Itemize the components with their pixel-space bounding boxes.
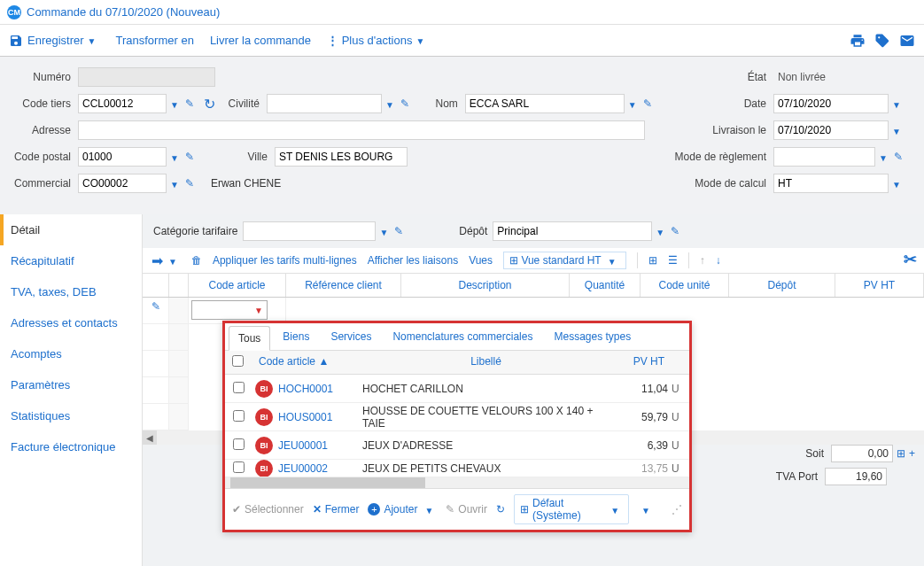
sidebar-item-parametres[interactable]: Paramètres <box>0 369 142 400</box>
tools-icon[interactable]: ✂ <box>904 250 917 269</box>
grid-icon[interactable]: ⊞ <box>897 447 905 460</box>
chevron-down-icon[interactable]: ▼ <box>167 180 182 190</box>
col-depot[interactable]: Dépôt <box>729 274 835 297</box>
transform-button[interactable]: Transformer en <box>115 34 193 47</box>
chevron-down-icon[interactable]: ▼ <box>652 228 668 237</box>
mail-icon[interactable] <box>899 33 915 49</box>
popup-col-pvht[interactable]: PV HT <box>610 351 672 374</box>
chevron-down-icon[interactable]: ▼ <box>638 506 654 516</box>
add-button[interactable]: +Ajouter▼ <box>368 503 437 516</box>
col-description[interactable]: Description <box>401 274 570 297</box>
popup-col-libelle[interactable]: Libellé <box>362 351 610 374</box>
arrow-up-icon[interactable]: ↑ <box>700 254 705 267</box>
print-icon[interactable] <box>850 33 866 49</box>
popup-tab-biens[interactable]: Biens <box>274 325 318 350</box>
livraison-input[interactable] <box>773 120 889 140</box>
nom-input[interactable] <box>465 94 625 113</box>
popup-tab-tous[interactable]: Tous <box>229 326 270 351</box>
popup-row[interactable]: BIHOUS0001HOUSSE DE COUETTE VELOURS 100 … <box>225 403 689 431</box>
code-tiers-input[interactable] <box>78 94 167 113</box>
row-handle[interactable] <box>169 351 189 377</box>
pencil-icon[interactable]: ✎ <box>398 97 412 110</box>
dropdown-trigger-icon[interactable]: ▼ <box>254 306 263 315</box>
depot-input[interactable] <box>493 221 652 241</box>
plus-icon[interactable]: + <box>909 447 915 460</box>
chevron-down-icon[interactable]: ▼ <box>889 180 905 190</box>
commercial-input[interactable] <box>78 174 167 193</box>
chevron-down-icon[interactable]: ▼ <box>875 153 891 163</box>
reglement-input[interactable] <box>773 147 875 167</box>
row-checkbox[interactable] <box>233 410 245 422</box>
list-icon[interactable]: ☰ <box>668 254 678 267</box>
pencil-icon[interactable]: ✎ <box>392 225 406 237</box>
popup-tab-messages[interactable]: Messages types <box>545 325 640 350</box>
select-all-checkbox[interactable] <box>232 355 244 367</box>
more-actions-button[interactable]: ⋮ Plus d'actions ▼ <box>327 34 428 47</box>
refresh-icon[interactable]: ↻ <box>204 96 215 112</box>
chevron-down-icon[interactable]: ▼ <box>625 100 641 110</box>
pencil-icon[interactable]: ✎ <box>182 177 197 190</box>
col-code-unite[interactable]: Code unité <box>641 274 729 297</box>
calcul-input[interactable] <box>773 174 889 193</box>
chevron-down-icon[interactable]: ▼ <box>382 100 398 110</box>
refresh-icon[interactable]: ↻ <box>496 503 505 516</box>
arrow-right-icon[interactable]: ➡ <box>151 252 163 269</box>
cp-input[interactable] <box>78 147 167 167</box>
col-pv-ht[interactable]: PV HT <box>835 274 924 297</box>
popup-row[interactable]: BIJEU00002JEUX DE PETITS CHEVAUX13,75U <box>225 460 689 477</box>
grid-icon[interactable]: ⊞ <box>648 254 657 267</box>
deliver-button[interactable]: Livrer la commande <box>210 34 311 47</box>
popup-tab-nomenclatures[interactable]: Nomenclatures commerciales <box>384 325 541 350</box>
categorie-input[interactable] <box>243 221 376 241</box>
apply-tariffs-link[interactable]: Appliquer les tarifs multi-lignes <box>213 254 357 267</box>
row-checkbox[interactable] <box>233 438 245 450</box>
pencil-icon[interactable]: ✎ <box>641 97 655 110</box>
trash-icon[interactable]: 🗑 <box>191 254 202 267</box>
sidebar-item-acomptes[interactable]: Acomptes <box>0 338 142 369</box>
sidebar-item-facture[interactable]: Facture électronique <box>0 431 142 462</box>
pencil-icon[interactable]: ✎ <box>182 151 197 163</box>
popup-tab-services[interactable]: Services <box>322 325 380 350</box>
row-edit-icon[interactable]: ✎ <box>143 298 169 324</box>
code-article-cell[interactable]: ▼ <box>191 300 268 320</box>
select-button[interactable]: ✔Sélectionner <box>232 503 304 516</box>
chevron-down-icon[interactable]: ▼ <box>889 100 905 110</box>
sidebar-item-recap[interactable]: Récapitulatif <box>0 245 142 276</box>
date-input[interactable] <box>773 94 889 113</box>
resize-handle-icon[interactable]: ⋰ <box>672 503 682 516</box>
scroll-left-icon[interactable]: ◀ <box>143 430 157 445</box>
sidebar-item-detail[interactable]: Détail <box>0 214 142 245</box>
chevron-down-icon[interactable]: ▼ <box>889 127 905 136</box>
civilite-input[interactable] <box>267 94 382 113</box>
save-button[interactable]: Enregistrer ▼ <box>9 34 99 48</box>
chevron-down-icon[interactable]: ▼ <box>167 153 182 163</box>
chevron-down-icon[interactable]: ▼ <box>376 228 392 237</box>
tag-icon[interactable] <box>874 33 890 49</box>
horizontal-scrollbar[interactable] <box>225 477 689 488</box>
view-selector[interactable]: ⊞ Vue standard HT ▼ <box>503 252 626 269</box>
chevron-down-icon[interactable]: ▼ <box>167 100 182 110</box>
pencil-icon[interactable]: ✎ <box>891 151 905 163</box>
popup-col-code[interactable]: Code article ▲ <box>252 351 362 374</box>
row-handle[interactable] <box>169 298 189 324</box>
row-handle[interactable] <box>169 324 189 351</box>
pencil-icon[interactable]: ✎ <box>668 225 682 237</box>
adresse-input[interactable] <box>78 120 645 140</box>
close-button[interactable]: ✕Fermer <box>313 503 360 516</box>
chevron-down-icon[interactable]: ▼ <box>165 257 181 267</box>
arrow-down-icon[interactable]: ↓ <box>716 254 721 267</box>
numero-input[interactable] <box>78 67 215 87</box>
row-checkbox[interactable] <box>233 461 245 473</box>
popup-row[interactable]: BIJEU00001JEUX D'ADRESSE6,39U <box>225 431 689 460</box>
col-reference-client[interactable]: Référence client <box>286 274 401 297</box>
sidebar-item-stats[interactable]: Statistiques <box>0 400 142 431</box>
sidebar-item-adresses[interactable]: Adresses et contacts <box>0 307 142 338</box>
view-default-button[interactable]: ⊞ Défaut (Système) ▼ <box>514 494 629 524</box>
ville-input[interactable] <box>275 147 408 167</box>
row-handle[interactable] <box>169 404 189 430</box>
row-handle[interactable] <box>169 377 189 404</box>
row-checkbox[interactable] <box>233 382 245 393</box>
col-code-article[interactable]: Code article <box>189 274 286 297</box>
col-quantite[interactable]: Quantité <box>570 274 641 297</box>
show-links-link[interactable]: Afficher les liaisons <box>368 254 459 267</box>
